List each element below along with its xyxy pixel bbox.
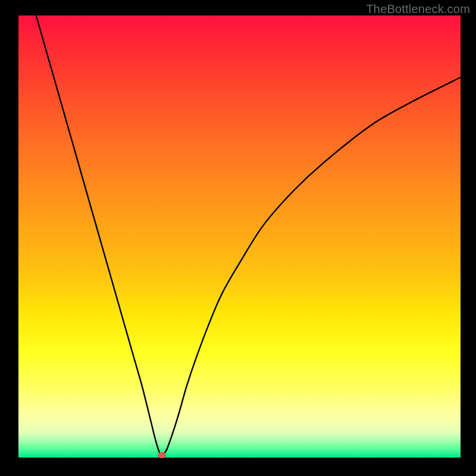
plot-area	[18, 15, 461, 458]
chart-frame: TheBottleneck.com	[0, 0, 476, 476]
watermark-text: TheBottleneck.com	[366, 2, 470, 16]
bottleneck-curve	[18, 15, 461, 458]
optimal-marker	[158, 452, 166, 458]
